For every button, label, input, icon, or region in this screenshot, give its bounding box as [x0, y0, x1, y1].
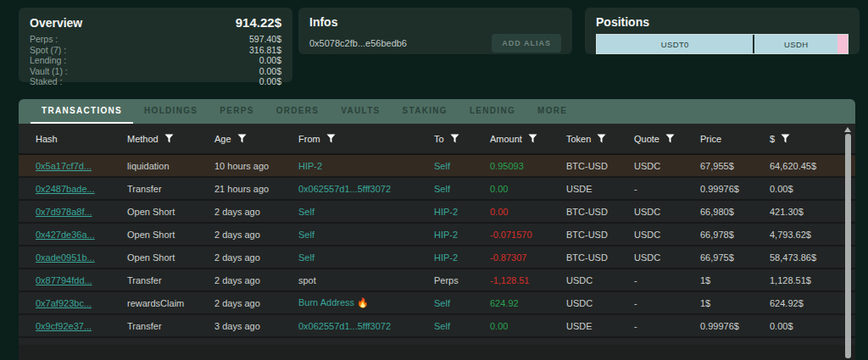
tx-hash-link[interactable]: 0x427de36a...	[36, 230, 95, 240]
tab-holdings[interactable]: HOLDINGS	[133, 99, 209, 124]
tx-from-link[interactable]: Self	[298, 230, 314, 240]
tx-hash-link[interactable]: 0x7d978a8f...	[36, 207, 92, 217]
tx-hash-link[interactable]: 0x7af923bc...	[36, 298, 92, 308]
positions-segment-other[interactable]	[837, 35, 848, 53]
tx-token: USDC	[566, 275, 634, 285]
filter-icon[interactable]	[528, 134, 537, 143]
tx-price: 0.99976$	[700, 184, 770, 194]
col-header-quote[interactable]: Quote	[634, 134, 700, 144]
tx-amount: -1,128.51	[490, 275, 529, 285]
positions-segment-usdh[interactable]: USDH	[754, 35, 837, 53]
tx-from-link[interactable]: 0x062557d1...5fff3072	[298, 321, 391, 331]
col-header-to[interactable]: To	[434, 134, 490, 144]
tab-vaults[interactable]: VAULTS	[330, 99, 391, 124]
tab-transactions[interactable]: TRANSACTIONS	[31, 99, 133, 124]
tx-from-link[interactable]: HIP-2	[298, 161, 322, 171]
col-header-from[interactable]: From	[298, 134, 434, 144]
filter-icon[interactable]	[237, 134, 247, 143]
filter-icon[interactable]	[450, 134, 459, 143]
tx-from-link[interactable]: Burn Address 🔥	[298, 297, 369, 307]
col-header-price[interactable]: Price	[700, 134, 770, 144]
tx-price: 66,978$	[700, 230, 770, 240]
tx-method: Open Short	[127, 252, 214, 263]
tx-quote: USDC	[634, 252, 700, 263]
table-header-row: Hash Method Age From To Amount Token Quo…	[19, 124, 855, 155]
tx-amount: 0.00	[490, 321, 508, 331]
scroll-up-icon[interactable]	[844, 127, 851, 132]
table-row: 0x87794fdd... Transfer 2 days ago spot P…	[19, 269, 855, 292]
stat-label: Lending :	[30, 55, 66, 66]
tx-usd-value: 1,128.51$	[770, 275, 855, 285]
table-scrollbar[interactable]	[844, 127, 851, 358]
tx-to-link[interactable]: HIP-2	[434, 230, 458, 240]
tab-orders[interactable]: ORDERS	[265, 99, 331, 124]
overview-total-value: 914.22$	[236, 15, 281, 30]
stat-value: 0.00$	[259, 55, 281, 66]
overview-panel: Overview 914.22$ Perps : 597.40$ Spot (7…	[19, 8, 292, 82]
table-row: 0x2487bade... Transfer 21 hours ago 0x06…	[19, 178, 855, 201]
stat-row-vault: Vault (1) : 0.00$	[30, 66, 281, 77]
tx-age: 21 hours ago	[214, 184, 298, 194]
tx-to-link[interactable]: Self	[434, 321, 450, 331]
tx-age: 2 days ago	[214, 207, 298, 217]
tx-to-link[interactable]: Perps	[434, 275, 459, 285]
tx-hash-link[interactable]: 0x2487bade...	[36, 184, 95, 194]
tx-usd-value: 58,473.86$	[770, 252, 855, 263]
tab-staking[interactable]: STAKING	[392, 99, 459, 124]
tx-usd-value: 64,620.45$	[770, 161, 855, 171]
tx-quote: USDC	[634, 161, 700, 171]
filter-icon[interactable]	[597, 134, 606, 143]
col-header-hash[interactable]: Hash	[36, 134, 127, 144]
col-header-amount[interactable]: Amount	[490, 134, 566, 144]
transactions-table: Hash Method Age From To Amount Token Quo…	[19, 124, 855, 360]
filter-icon[interactable]	[781, 134, 790, 143]
tx-hash-link[interactable]: 0x5a17cf7d...	[36, 161, 92, 171]
tx-method: liquidation	[127, 161, 214, 171]
tx-hash-link[interactable]: 0xade0951b...	[36, 252, 95, 263]
add-alias-button[interactable]: ADD ALIAS	[492, 34, 561, 53]
tx-usd-value: 0.00$	[770, 321, 855, 331]
table-row-partial	[19, 338, 855, 345]
col-header-method[interactable]: Method	[127, 134, 214, 144]
tab-more[interactable]: MORE	[526, 99, 578, 124]
tab-lending[interactable]: LENDING	[459, 99, 526, 124]
tx-from-link[interactable]: 0x062557d1...5fff3072	[298, 184, 391, 194]
positions-title: Positions	[596, 15, 649, 29]
overview-title: Overview	[30, 16, 82, 30]
tx-amount: -0.87307	[490, 252, 526, 263]
filter-icon[interactable]	[326, 134, 336, 143]
tx-method: Transfer	[127, 321, 214, 331]
tx-hash-link[interactable]: 0x87794fdd...	[36, 275, 92, 285]
stat-value: 597.40$	[249, 34, 281, 45]
stat-row-perps: Perps : 597.40$	[30, 34, 281, 45]
col-header-age[interactable]: Age	[214, 134, 298, 144]
tx-method: Transfer	[127, 275, 214, 285]
tx-from-link[interactable]: Self	[298, 207, 314, 217]
filter-icon[interactable]	[164, 134, 174, 143]
tx-hash-link[interactable]: 0x9cf92e37...	[36, 321, 92, 331]
tx-age: 2 days ago	[214, 230, 298, 240]
tx-to-link[interactable]: Self	[434, 184, 450, 194]
tx-to-link[interactable]: HIP-2	[434, 252, 458, 263]
stat-row-spot: Spot (7) : 316.81$	[30, 45, 281, 56]
col-header-token[interactable]: Token	[566, 134, 634, 144]
tx-to-link[interactable]: Self	[434, 161, 450, 171]
positions-panel: Positions USDT0 USDH	[585, 8, 860, 54]
table-row: 0xade0951b... Open Short 2 days ago Self…	[19, 246, 855, 269]
tab-perps[interactable]: PERPS	[209, 99, 264, 124]
tx-amount: -0.071570	[490, 230, 532, 240]
tx-to-link[interactable]: Self	[434, 298, 450, 308]
table-row: 0x5a17cf7d... liquidation 10 hours ago H…	[19, 155, 855, 178]
filter-icon[interactable]	[665, 134, 675, 143]
tx-method: Open Short	[127, 230, 214, 240]
positions-segment-usdt0[interactable]: USDT0	[597, 35, 754, 53]
tx-from-link[interactable]: spot	[298, 275, 316, 285]
tx-token: USDE	[566, 184, 634, 194]
scrollbar-thumb[interactable]	[845, 134, 851, 358]
tx-price: 1$	[700, 298, 770, 308]
col-header-usd[interactable]: $	[770, 134, 855, 144]
tx-from-link[interactable]: Self	[298, 252, 314, 263]
tx-to-link[interactable]: HIP-2	[434, 207, 458, 217]
tx-age: 2 days ago	[214, 252, 298, 263]
tx-age: 2 days ago	[214, 275, 298, 285]
